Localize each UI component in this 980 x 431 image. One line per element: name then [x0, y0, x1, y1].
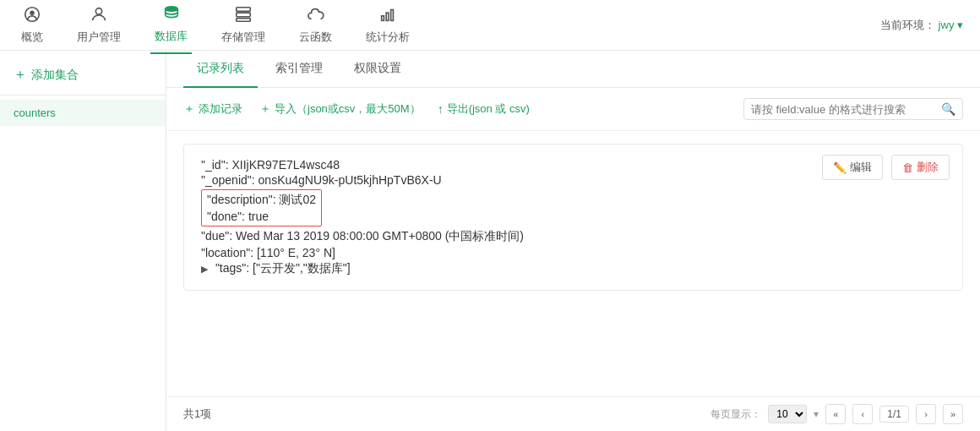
- svg-rect-8: [386, 13, 389, 20]
- nav-database-label: 数据库: [155, 29, 188, 44]
- add-icon: ＋: [183, 101, 195, 117]
- highlight-box: "description": 测试02 "done": true: [201, 189, 322, 226]
- storage-icon: [234, 5, 253, 28]
- nav-storage-label: 存储管理: [221, 30, 265, 45]
- sidebar-item-label: counters: [14, 106, 56, 119]
- import-button[interactable]: ＋ 导入（json或csv，最大50M）: [259, 101, 421, 117]
- search-icon[interactable]: 🔍: [941, 102, 956, 116]
- record-footer: 共1项 每页显示： 10 20 50 ▾ « ‹ 1/1 › »: [166, 396, 980, 431]
- env-value[interactable]: jwy ▾: [939, 19, 963, 31]
- edit-icon: ✏️: [833, 161, 847, 174]
- env-indicator: 当前环境： jwy ▾: [880, 18, 963, 33]
- search-input[interactable]: [751, 103, 941, 116]
- svg-point-3: [165, 7, 177, 12]
- nav-cloud-fn-label: 云函数: [299, 30, 332, 45]
- add-collection-label: 添加集合: [31, 68, 79, 83]
- svg-rect-7: [382, 16, 384, 21]
- prev-page-button[interactable]: ‹: [852, 404, 873, 424]
- user-icon: [90, 5, 108, 28]
- page-size-label: 每页显示：: [710, 407, 761, 422]
- field-location: "location": [110° E, 23° N]: [201, 245, 945, 260]
- field-due: "due": Wed Mar 13 2019 08:00:00 GMT+0800…: [201, 228, 945, 245]
- edit-button[interactable]: ✏️ 编辑: [822, 155, 883, 180]
- sidebar-divider: [0, 95, 166, 95]
- record-area: ✏️ 编辑 🗑 删除 "_id": XIIjKR97E7L4wsc48 "_op…: [166, 131, 980, 396]
- tabs-bar: 记录列表 索引管理 权限设置: [166, 51, 980, 88]
- tab-record-list[interactable]: 记录列表: [183, 51, 258, 88]
- cloud-icon: [307, 5, 325, 28]
- search-box: 🔍: [743, 98, 963, 120]
- export-button[interactable]: ↑ 导出(json 或 csv): [438, 101, 530, 117]
- nav-user-mgmt[interactable]: 用户管理: [73, 0, 125, 53]
- svg-rect-5: [237, 13, 251, 17]
- svg-point-1: [30, 10, 35, 15]
- database-icon: [162, 4, 181, 27]
- field-tags: ▶ "tags": ["云开发","数据库"]: [201, 260, 945, 277]
- main-layout: ＋ 添加集合 counters 记录列表 索引管理 权限设置 ＋ 添加记录: [0, 51, 980, 431]
- pagination: 每页显示： 10 20 50 ▾ « ‹ 1/1 › »: [710, 404, 963, 424]
- plus-icon: ＋: [14, 66, 27, 84]
- page-info: 1/1: [879, 406, 909, 423]
- svg-rect-9: [391, 10, 394, 21]
- nav-database[interactable]: 数据库: [150, 0, 192, 54]
- nav-analytics-label: 统计分析: [366, 30, 410, 45]
- record-card: ✏️ 编辑 🗑 删除 "_id": XIIjKR97E7L4wsc48 "_op…: [183, 144, 963, 291]
- content-area: 记录列表 索引管理 权限设置 ＋ 添加记录 ＋ 导入（json或csv，最大50…: [166, 51, 980, 431]
- add-record-button[interactable]: ＋ 添加记录: [183, 101, 242, 117]
- chart-icon: [378, 5, 397, 28]
- nav-storage[interactable]: 存储管理: [217, 0, 270, 53]
- sidebar-item-counters[interactable]: counters: [0, 100, 166, 126]
- env-label: 当前环境：: [880, 19, 935, 31]
- total-label: 共1项: [183, 406, 211, 422]
- first-page-button[interactable]: «: [825, 404, 846, 424]
- field-done: "done": true: [207, 209, 316, 224]
- delete-button[interactable]: 🗑 删除: [891, 155, 950, 180]
- top-nav: 概览 用户管理 数据库 存储管理 云函数 统计分析 当前环境： jwy ▾: [0, 0, 980, 51]
- page-size-select[interactable]: 10 20 50: [768, 405, 807, 423]
- record-actions: ✏️ 编辑 🗑 删除: [822, 155, 950, 180]
- toolbar: ＋ 添加记录 ＋ 导入（json或csv，最大50M） ↑ 导出(json 或 …: [166, 88, 980, 131]
- page-size-arrow: ▾: [814, 408, 819, 420]
- sidebar: ＋ 添加集合 counters: [0, 51, 166, 431]
- last-page-button[interactable]: »: [943, 404, 963, 424]
- expand-arrow[interactable]: ▶: [201, 264, 208, 274]
- nav-overview-label: 概览: [21, 30, 43, 45]
- nav-overview[interactable]: 概览: [17, 0, 47, 53]
- tab-index-mgmt[interactable]: 索引管理: [262, 51, 336, 88]
- svg-rect-6: [237, 19, 251, 22]
- import-icon: ＋: [259, 101, 271, 117]
- nav-user-mgmt-label: 用户管理: [77, 30, 121, 45]
- svg-point-2: [95, 8, 101, 14]
- svg-rect-4: [237, 8, 251, 12]
- nav-analytics[interactable]: 统计分析: [362, 0, 414, 53]
- overview-icon: [23, 5, 41, 28]
- field-description: "description": 测试02: [207, 192, 316, 209]
- export-icon: ↑: [438, 102, 444, 116]
- tab-permission[interactable]: 权限设置: [340, 51, 415, 88]
- delete-icon: 🗑: [902, 161, 913, 174]
- nav-cloud-fn[interactable]: 云函数: [295, 0, 336, 53]
- add-collection-button[interactable]: ＋ 添加集合: [0, 59, 166, 90]
- next-page-button[interactable]: ›: [916, 404, 936, 424]
